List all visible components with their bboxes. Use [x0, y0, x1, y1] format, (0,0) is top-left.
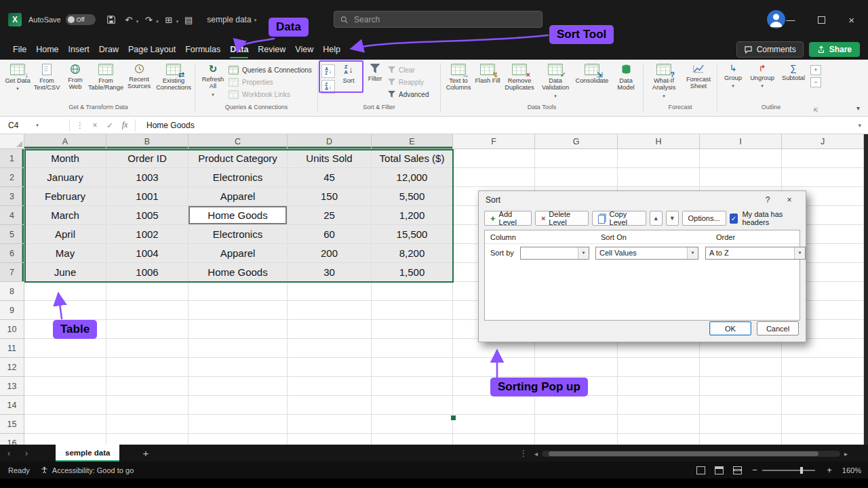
- cell-F2[interactable]: [453, 168, 535, 187]
- column-header-A[interactable]: A: [24, 134, 106, 149]
- cell-A4[interactable]: March: [24, 206, 106, 225]
- more-options-icon[interactable]: ⋮: [519, 449, 528, 458]
- cell-C3[interactable]: Apparel: [189, 187, 288, 206]
- cell-I15[interactable]: [700, 415, 782, 434]
- row-header-6[interactable]: 6: [0, 244, 24, 263]
- sort-button[interactable]: ZA↓ Sort: [336, 62, 361, 84]
- row-header-9[interactable]: 9: [0, 301, 24, 320]
- column-header-G[interactable]: G: [535, 134, 618, 149]
- cell-E11[interactable]: [372, 339, 453, 358]
- cell-C5[interactable]: Electronics: [189, 225, 288, 244]
- cell-D9[interactable]: [288, 301, 372, 320]
- cell-A8[interactable]: [24, 282, 106, 301]
- column-header-D[interactable]: D: [288, 134, 372, 149]
- cell-J13[interactable]: [782, 377, 864, 396]
- from-web-button[interactable]: From Web: [62, 61, 88, 91]
- consolidate-button[interactable]: ⇲ Consolidate: [573, 61, 611, 84]
- outline-dialog-launcher-icon[interactable]: ⇱: [813, 107, 818, 114]
- cell-B16[interactable]: [106, 434, 189, 445]
- refresh-all-button[interactable]: ↻ Refresh All ▾: [197, 61, 229, 97]
- cell-J1[interactable]: [782, 149, 864, 168]
- cell-B3[interactable]: 1001: [106, 187, 189, 206]
- redo-icon[interactable]: ↷: [141, 12, 156, 27]
- row-header-10[interactable]: 10: [0, 320, 24, 339]
- sheet-nav-right-icon[interactable]: ›: [18, 449, 35, 458]
- advanced-button[interactable]: Advanced: [388, 89, 438, 99]
- cell-I13[interactable]: [700, 377, 782, 396]
- quick-command-icon[interactable]: ⊞: [161, 12, 176, 27]
- collapse-ribbon-icon[interactable]: ▾: [856, 104, 860, 112]
- forecast-sheet-button[interactable]: Forecast Sheet: [682, 61, 715, 90]
- filter-button[interactable]: Filter: [362, 61, 388, 82]
- formula-dots-icon[interactable]: ⋮: [73, 121, 87, 130]
- accessibility-status[interactable]: Accessibility: Good to go: [41, 466, 134, 474]
- cell-I14[interactable]: [700, 396, 782, 415]
- scrollbar-thumb[interactable]: [549, 451, 818, 456]
- row-header-5[interactable]: 5: [0, 225, 24, 244]
- undo-icon[interactable]: ↶: [121, 12, 136, 27]
- text-to-columns-button[interactable]: → Text to Columns: [443, 61, 474, 92]
- workbook-name[interactable]: semple data ▾: [207, 15, 258, 24]
- page-break-view-icon[interactable]: [733, 466, 742, 474]
- cell-A6[interactable]: May: [24, 244, 106, 263]
- column-header-J[interactable]: J: [782, 134, 864, 149]
- undo-caret-icon[interactable]: ▾: [136, 19, 139, 24]
- insert-function-icon[interactable]: fx: [117, 120, 132, 130]
- from-table-range-button[interactable]: From Table/Range: [88, 61, 123, 92]
- existing-connections-button[interactable]: ⇄ Existing Connections: [155, 61, 193, 92]
- tab-page-layout[interactable]: Page Layout: [123, 39, 180, 60]
- cell-G2[interactable]: [535, 168, 618, 187]
- scroll-right-icon[interactable]: ▸: [844, 450, 848, 458]
- column-header-I[interactable]: I: [700, 134, 782, 149]
- cell-C2[interactable]: Electronics: [189, 168, 288, 187]
- move-level-up-button[interactable]: ▲: [650, 211, 663, 226]
- cell-D6[interactable]: 200: [288, 244, 372, 263]
- page-layout-view-icon[interactable]: [715, 466, 724, 474]
- data-validation-button[interactable]: ✓ Data Validation ▾: [538, 61, 573, 98]
- cell-H16[interactable]: [618, 434, 700, 445]
- delete-level-button[interactable]: × Delete Level: [535, 211, 589, 226]
- cell-E3[interactable]: 5,500: [372, 187, 453, 206]
- sort-za-button[interactable]: ZA↓: [321, 80, 335, 94]
- group-button[interactable]: ↳ Group ▾: [719, 61, 747, 88]
- cell-E6[interactable]: 8,200: [372, 244, 453, 263]
- cell-C15[interactable]: [189, 415, 288, 434]
- cell-C9[interactable]: [189, 301, 288, 320]
- column-header-H[interactable]: H: [618, 134, 700, 149]
- cell-A3[interactable]: February: [24, 187, 106, 206]
- row-header-4[interactable]: 4: [0, 206, 24, 225]
- scroll-left-icon[interactable]: ◂: [534, 450, 538, 458]
- sort-on-dropdown[interactable]: Cell Values ▾: [595, 247, 698, 260]
- cell-F12[interactable]: [453, 358, 535, 377]
- cell-C14[interactable]: [189, 396, 288, 415]
- tab-help[interactable]: Help: [318, 39, 345, 60]
- column-header-E[interactable]: E: [372, 134, 453, 149]
- cell-D5[interactable]: 60: [288, 225, 372, 244]
- cell-A7[interactable]: June: [24, 263, 106, 282]
- row-header-12[interactable]: 12: [0, 358, 24, 377]
- cell-E9[interactable]: [372, 301, 453, 320]
- cell-C4[interactable]: Home Goods: [189, 206, 288, 225]
- cell-E12[interactable]: [372, 358, 453, 377]
- cell-H1[interactable]: [618, 149, 700, 168]
- cell-A5[interactable]: April: [24, 225, 106, 244]
- table-tool-icon[interactable]: ▤: [181, 12, 196, 27]
- recent-sources-button[interactable]: Recent Sources: [123, 61, 155, 90]
- cell-A2[interactable]: January: [24, 168, 106, 187]
- column-header-C[interactable]: C: [189, 134, 288, 149]
- cell-A14[interactable]: [24, 396, 106, 415]
- cell-C11[interactable]: [189, 339, 288, 358]
- cell-J15[interactable]: [782, 415, 864, 434]
- cell-E2[interactable]: 12,000: [372, 168, 453, 187]
- cell-G16[interactable]: [535, 434, 618, 445]
- row-header-16[interactable]: 16: [0, 434, 24, 445]
- sort-az-button[interactable]: AZ↓: [321, 64, 335, 78]
- save-icon[interactable]: [104, 12, 119, 27]
- cell-I16[interactable]: [700, 434, 782, 445]
- cell-A11[interactable]: [24, 339, 106, 358]
- autosave-toggle[interactable]: Off: [66, 14, 96, 25]
- cell-E15[interactable]: [372, 415, 453, 434]
- row-header-15[interactable]: 15: [0, 415, 24, 434]
- cell-A15[interactable]: [24, 415, 106, 434]
- tab-insert[interactable]: Insert: [64, 39, 94, 60]
